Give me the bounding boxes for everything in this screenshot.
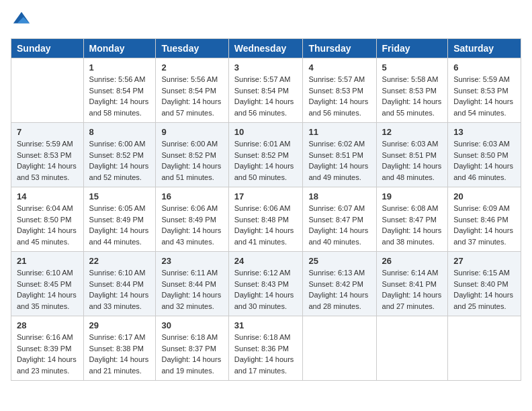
day-number: 21 xyxy=(17,256,78,266)
week-row-5: 28Sunrise: 6:16 AMSunset: 8:39 PMDayligh… xyxy=(11,316,521,381)
calendar-cell: 13Sunrise: 6:03 AMSunset: 8:50 PMDayligh… xyxy=(448,123,521,187)
cell-info: Sunrise: 6:11 AMSunset: 8:44 PMDaylight:… xyxy=(161,269,221,310)
day-number: 24 xyxy=(234,256,298,266)
cell-info: Sunrise: 5:59 AMSunset: 8:53 PMDaylight:… xyxy=(17,140,77,181)
day-number: 28 xyxy=(17,320,78,330)
day-number: 18 xyxy=(308,191,370,201)
day-number: 13 xyxy=(453,127,515,137)
calendar-cell: 10Sunrise: 6:01 AMSunset: 8:52 PMDayligh… xyxy=(228,123,303,187)
cell-info: Sunrise: 6:10 AMSunset: 8:44 PMDaylight:… xyxy=(89,269,149,310)
logo-line1 xyxy=(11,11,31,33)
day-number: 5 xyxy=(382,62,443,73)
day-number: 7 xyxy=(17,127,78,137)
calendar-cell: 3Sunrise: 5:57 AMSunset: 8:54 PMDaylight… xyxy=(228,58,303,123)
day-number: 22 xyxy=(89,256,150,266)
week-row-3: 14Sunrise: 6:04 AMSunset: 8:50 PMDayligh… xyxy=(11,187,521,252)
calendar-cell: 8Sunrise: 6:00 AMSunset: 8:52 PMDaylight… xyxy=(83,123,156,187)
calendar-cell: 9Sunrise: 6:00 AMSunset: 8:52 PMDaylight… xyxy=(156,123,228,187)
column-header-saturday: Saturday xyxy=(448,39,521,58)
day-number: 10 xyxy=(234,127,298,137)
cell-info: Sunrise: 6:06 AMSunset: 8:49 PMDaylight:… xyxy=(161,204,221,246)
calendar-cell: 17Sunrise: 6:06 AMSunset: 8:48 PMDayligh… xyxy=(228,187,303,252)
cell-info: Sunrise: 6:04 AMSunset: 8:50 PMDaylight:… xyxy=(17,204,77,246)
day-number: 9 xyxy=(161,127,222,137)
column-header-friday: Friday xyxy=(376,39,448,58)
calendar-header-row: SundayMondayTuesdayWednesdayThursdayFrid… xyxy=(11,39,521,58)
cell-info: Sunrise: 6:13 AMSunset: 8:42 PMDaylight:… xyxy=(308,269,368,310)
column-header-sunday: Sunday xyxy=(11,39,84,58)
calendar-cell: 25Sunrise: 6:13 AMSunset: 8:42 PMDayligh… xyxy=(303,252,376,316)
day-number: 1 xyxy=(89,62,150,73)
day-number: 17 xyxy=(234,191,298,201)
calendar-cell: 2Sunrise: 5:56 AMSunset: 8:54 PMDaylight… xyxy=(156,58,228,123)
day-number: 26 xyxy=(382,256,443,266)
cell-info: Sunrise: 5:57 AMSunset: 8:53 PMDaylight:… xyxy=(308,75,368,117)
calendar-cell xyxy=(11,58,84,123)
cell-info: Sunrise: 6:07 AMSunset: 8:47 PMDaylight:… xyxy=(308,204,368,246)
cell-info: Sunrise: 5:59 AMSunset: 8:53 PMDaylight:… xyxy=(453,75,513,117)
calendar-cell: 1Sunrise: 5:56 AMSunset: 8:54 PMDaylight… xyxy=(83,58,156,123)
cell-info: Sunrise: 6:14 AMSunset: 8:41 PMDaylight:… xyxy=(382,269,442,310)
cell-info: Sunrise: 5:58 AMSunset: 8:53 PMDaylight:… xyxy=(382,75,442,117)
cell-info: Sunrise: 6:03 AMSunset: 8:51 PMDaylight:… xyxy=(382,140,442,181)
cell-info: Sunrise: 6:18 AMSunset: 8:36 PMDaylight:… xyxy=(234,333,294,375)
cell-info: Sunrise: 6:18 AMSunset: 8:37 PMDaylight:… xyxy=(161,333,221,375)
cell-info: Sunrise: 6:10 AMSunset: 8:45 PMDaylight:… xyxy=(17,269,77,310)
cell-info: Sunrise: 6:15 AMSunset: 8:40 PMDaylight:… xyxy=(453,269,513,310)
cell-info: Sunrise: 6:06 AMSunset: 8:48 PMDaylight:… xyxy=(234,204,294,246)
cell-info: Sunrise: 6:08 AMSunset: 8:47 PMDaylight:… xyxy=(382,204,442,246)
calendar-cell: 18Sunrise: 6:07 AMSunset: 8:47 PMDayligh… xyxy=(303,187,376,252)
calendar-cell: 24Sunrise: 6:12 AMSunset: 8:43 PMDayligh… xyxy=(228,252,303,316)
calendar-cell: 19Sunrise: 6:08 AMSunset: 8:47 PMDayligh… xyxy=(376,187,448,252)
day-number: 8 xyxy=(89,127,150,137)
calendar-cell: 30Sunrise: 6:18 AMSunset: 8:37 PMDayligh… xyxy=(156,316,228,381)
calendar-cell: 31Sunrise: 6:18 AMSunset: 8:36 PMDayligh… xyxy=(228,316,303,381)
week-row-1: 1Sunrise: 5:56 AMSunset: 8:54 PMDaylight… xyxy=(11,58,521,123)
week-row-4: 21Sunrise: 6:10 AMSunset: 8:45 PMDayligh… xyxy=(11,252,521,316)
calendar-cell xyxy=(376,316,448,381)
column-header-monday: Monday xyxy=(83,39,156,58)
day-number: 3 xyxy=(234,62,298,73)
calendar-cell: 12Sunrise: 6:03 AMSunset: 8:51 PMDayligh… xyxy=(376,123,448,187)
page-header xyxy=(11,11,521,30)
day-number: 27 xyxy=(453,256,515,266)
day-number: 31 xyxy=(234,320,298,330)
week-row-2: 7Sunrise: 5:59 AMSunset: 8:53 PMDaylight… xyxy=(11,123,521,187)
cell-info: Sunrise: 6:16 AMSunset: 8:39 PMDaylight:… xyxy=(17,333,77,375)
calendar-cell: 23Sunrise: 6:11 AMSunset: 8:44 PMDayligh… xyxy=(156,252,228,316)
cell-info: Sunrise: 6:02 AMSunset: 8:51 PMDaylight:… xyxy=(308,140,368,181)
calendar-cell: 21Sunrise: 6:10 AMSunset: 8:45 PMDayligh… xyxy=(11,252,84,316)
calendar-cell xyxy=(303,316,376,381)
calendar-cell: 11Sunrise: 6:02 AMSunset: 8:51 PMDayligh… xyxy=(303,123,376,187)
calendar-cell: 14Sunrise: 6:04 AMSunset: 8:50 PMDayligh… xyxy=(11,187,84,252)
calendar-cell: 6Sunrise: 5:59 AMSunset: 8:53 PMDaylight… xyxy=(448,58,521,123)
calendar-cell: 29Sunrise: 6:17 AMSunset: 8:38 PMDayligh… xyxy=(83,316,156,381)
calendar-cell: 20Sunrise: 6:09 AMSunset: 8:46 PMDayligh… xyxy=(448,187,521,252)
day-number: 25 xyxy=(308,256,370,266)
day-number: 23 xyxy=(161,256,222,266)
day-number: 16 xyxy=(161,191,222,201)
day-number: 29 xyxy=(89,320,150,330)
cell-info: Sunrise: 6:03 AMSunset: 8:50 PMDaylight:… xyxy=(453,140,513,181)
day-number: 11 xyxy=(308,127,370,137)
cell-info: Sunrise: 6:12 AMSunset: 8:43 PMDaylight:… xyxy=(234,269,294,310)
logo xyxy=(11,11,31,30)
column-header-wednesday: Wednesday xyxy=(228,39,303,58)
cell-info: Sunrise: 5:56 AMSunset: 8:54 PMDaylight:… xyxy=(161,75,221,117)
column-header-thursday: Thursday xyxy=(303,39,376,58)
cell-info: Sunrise: 5:57 AMSunset: 8:54 PMDaylight:… xyxy=(234,75,294,117)
cell-info: Sunrise: 6:00 AMSunset: 8:52 PMDaylight:… xyxy=(161,140,221,181)
cell-info: Sunrise: 6:17 AMSunset: 8:38 PMDaylight:… xyxy=(89,333,149,375)
day-number: 19 xyxy=(382,191,443,201)
calendar-cell: 28Sunrise: 6:16 AMSunset: 8:39 PMDayligh… xyxy=(11,316,84,381)
calendar-cell: 26Sunrise: 6:14 AMSunset: 8:41 PMDayligh… xyxy=(376,252,448,316)
day-number: 14 xyxy=(17,191,78,201)
calendar-cell: 5Sunrise: 5:58 AMSunset: 8:53 PMDaylight… xyxy=(376,58,448,123)
day-number: 15 xyxy=(89,191,150,201)
cell-info: Sunrise: 6:09 AMSunset: 8:46 PMDaylight:… xyxy=(453,204,513,246)
day-number: 30 xyxy=(161,320,222,330)
day-number: 6 xyxy=(453,62,515,73)
day-number: 12 xyxy=(382,127,443,137)
cell-info: Sunrise: 6:05 AMSunset: 8:49 PMDaylight:… xyxy=(89,204,149,246)
calendar-cell: 22Sunrise: 6:10 AMSunset: 8:44 PMDayligh… xyxy=(83,252,156,316)
